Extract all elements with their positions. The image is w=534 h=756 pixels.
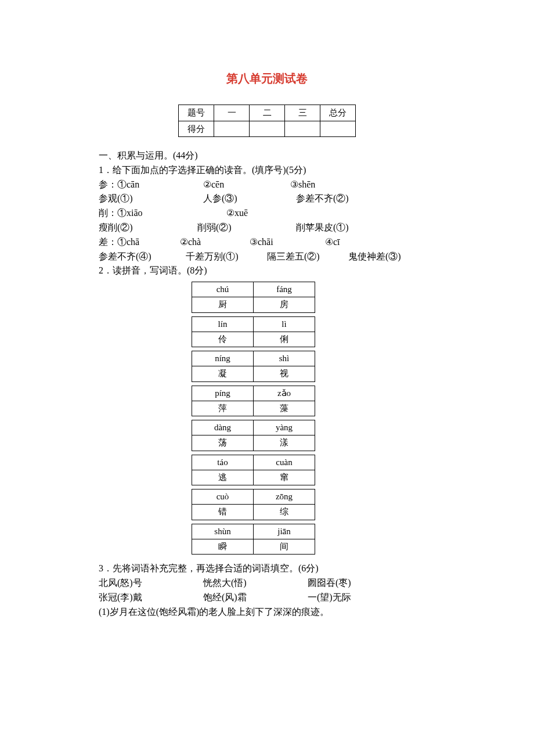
text: 恍然大(悟) <box>203 576 290 591</box>
word-pair: píngzǎo 萍藻 <box>192 386 315 417</box>
cell-label: 题号 <box>179 105 214 121</box>
hanzi: 荡 <box>192 435 254 451</box>
word-pair: dàngyàng 荡漾 <box>192 420 315 451</box>
hanzi: 瞬 <box>192 539 254 554</box>
text: 削苹果皮(①) <box>296 221 349 235</box>
word-pair: níngshì 凝视 <box>192 351 315 382</box>
q3-row: 张冠(李)戴 饱经(风)霜 一(望)无际 <box>99 591 435 605</box>
text: 参观(①) <box>99 192 186 206</box>
score-table: 题号 一 二 三 总分 得分 <box>178 105 356 137</box>
text: 北风(怒)号 <box>99 576 186 591</box>
word-pair: línlì 伶俐 <box>192 316 315 348</box>
pinyin: cuò <box>192 489 254 505</box>
hanzi: 藻 <box>254 401 315 416</box>
hanzi: 综 <box>254 505 315 520</box>
text: ②cēn <box>203 178 273 192</box>
pinyin: yàng <box>254 420 315 435</box>
q1-line: 参差不齐(④) 千差万别(①) 隔三差五(②) 鬼使神差(③) <box>99 250 435 264</box>
pinyin: níng <box>192 351 254 366</box>
hanzi: 逃 <box>192 470 254 485</box>
text: ②chà <box>180 235 232 250</box>
text: 削：①xiāo <box>99 206 209 221</box>
section-heading: 一、积累与运用。(44分) <box>99 149 435 163</box>
page-title: 第八单元测试卷 <box>99 70 435 87</box>
text: ③chāi <box>250 235 308 250</box>
cell-col1: 一 <box>214 105 250 121</box>
text: 参差不齐(②) <box>296 192 349 206</box>
pinyin: fáng <box>254 282 315 297</box>
cell-col3: 三 <box>285 105 320 121</box>
content: 一、积累与运用。(44分) 1．给下面加点的字选择正确的读音。(填序号)(5分)… <box>99 149 435 619</box>
word-pair: chúfáng 厨房 <box>192 282 315 313</box>
pinyin: zōng <box>254 489 315 505</box>
text: 千差万别(①) <box>186 250 250 264</box>
hanzi: 萍 <box>192 401 254 416</box>
q1-line: 削：①xiāo ②xuē <box>99 206 435 221</box>
text: ④cī <box>325 235 340 250</box>
cell-label: 得分 <box>179 121 214 137</box>
table-row: 题号 一 二 三 总分 <box>179 105 356 121</box>
q1-prompt: 1．给下面加点的字选择正确的读音。(填序号)(5分) <box>99 163 435 178</box>
cell-blank <box>250 121 285 137</box>
hanzi: 凝 <box>192 366 254 381</box>
text: 削弱(②) <box>197 221 279 235</box>
text: 瘦削(②) <box>99 221 180 235</box>
text: 参差不齐(④) <box>99 250 168 264</box>
text: 张冠(李)戴 <box>99 591 186 605</box>
hanzi: 房 <box>254 297 315 312</box>
cell-col2: 二 <box>250 105 285 121</box>
pinyin: zǎo <box>254 386 315 401</box>
cell-total: 总分 <box>320 105 356 121</box>
cell-blank <box>214 121 250 137</box>
text: 一(望)无际 <box>308 591 351 605</box>
text: 差：①chā <box>99 235 163 250</box>
text: ②xuē <box>226 206 248 221</box>
pinyin: dàng <box>192 420 254 435</box>
pinyin: shùn <box>192 524 254 539</box>
pinyin: táo <box>192 455 254 470</box>
q1-line: 参：①cān ②cēn ③shēn <box>99 178 435 192</box>
hanzi: 错 <box>192 505 254 520</box>
pinyin: chú <box>192 282 254 297</box>
text: 囫囵吞(枣) <box>308 576 351 591</box>
q3-row: 北风(怒)号 恍然大(悟) 囫囵吞(枣) <box>99 576 435 591</box>
pinyin: shì <box>254 351 315 366</box>
pinyin: lín <box>192 316 254 332</box>
word-pair: cuòzōng 错综 <box>192 489 315 520</box>
q1-line: 差：①chā ②chà ③chāi ④cī <box>99 235 435 250</box>
q1-line: 瘦削(②) 削弱(②) 削苹果皮(①) <box>99 221 435 235</box>
text: 饱经(风)霜 <box>203 591 290 605</box>
text: ③shēn <box>290 178 315 192</box>
hanzi: 俐 <box>254 332 315 347</box>
q3-sub1: (1)岁月在这位(饱经风霜)的老人脸上刻下了深深的痕迹。 <box>99 605 435 620</box>
cell-blank <box>320 121 356 137</box>
text: 人参(③) <box>203 192 279 206</box>
cell-blank <box>285 121 320 137</box>
hanzi: 间 <box>254 539 315 554</box>
table-row: 得分 <box>179 121 356 137</box>
text: 鬼使神差(③) <box>348 250 401 264</box>
text: 隔三差五(②) <box>267 250 331 264</box>
word-pair: táocuàn 逃窜 <box>192 455 315 486</box>
hanzi: 厨 <box>192 297 254 312</box>
pinyin: píng <box>192 386 254 401</box>
hanzi: 伶 <box>192 332 254 347</box>
hanzi: 漾 <box>254 435 315 451</box>
pinyin: cuàn <box>254 455 315 470</box>
text: 参：①cān <box>99 178 186 192</box>
word-pair: shùnjiān 瞬间 <box>192 524 315 555</box>
pinyin: jiān <box>254 524 315 539</box>
page: 第八单元测试卷 题号 一 二 三 总分 得分 一、积累与运用。(44分) 1．给… <box>0 0 534 756</box>
q2-prompt: 2．读拼音，写词语。(8分) <box>99 264 435 278</box>
q1-line: 参观(①) 人参(③) 参差不齐(②) <box>99 192 435 206</box>
hanzi: 视 <box>254 366 315 381</box>
pinyin: lì <box>254 316 315 332</box>
hanzi: 窜 <box>254 470 315 485</box>
q3-prompt: 3．先将词语补充完整，再选择合适的词语填空。(6分) <box>99 561 435 576</box>
